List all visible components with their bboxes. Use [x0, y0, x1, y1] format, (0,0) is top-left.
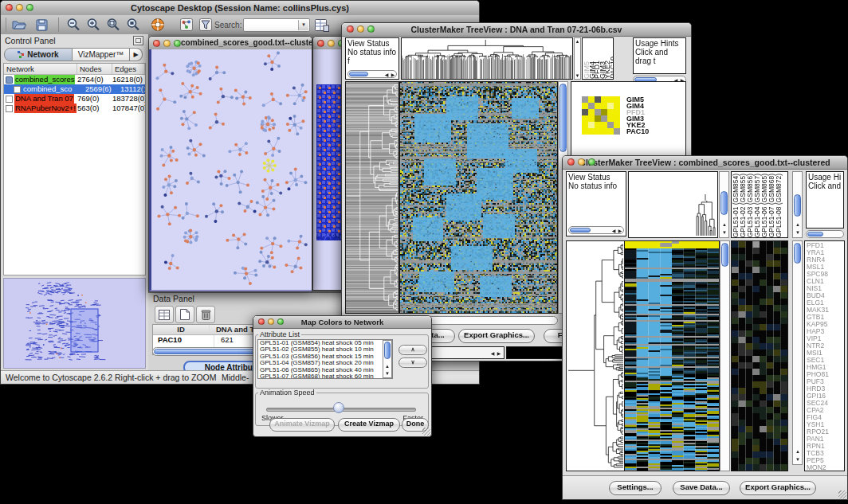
zoom-matrix-cell — [614, 109, 620, 115]
view-status-scrollbar[interactable]: ◀▶ — [347, 70, 397, 78]
tv1-coltree-scrollbar[interactable]: ▲▼ — [574, 37, 581, 80]
minimize-button[interactable] — [268, 318, 274, 325]
network-file-icon — [6, 105, 13, 112]
resize-grip[interactable] — [422, 428, 430, 436]
usage-hints-text: Click and drag t — [634, 48, 685, 65]
animate-vizmap-button[interactable]: Animate Vizmap — [269, 418, 335, 432]
filter-funnel-icon[interactable] — [197, 17, 214, 33]
search-dropdown-arrow[interactable]: ▼ — [298, 20, 308, 30]
move-up-button[interactable]: ∧ — [398, 345, 427, 355]
minimize-button[interactable] — [578, 158, 585, 166]
search-input[interactable]: ▼ — [243, 18, 310, 32]
close-button[interactable] — [317, 40, 324, 47]
zoom-window-button[interactable] — [277, 318, 284, 325]
close-button[interactable] — [567, 158, 575, 166]
tv2-usage-hints-scrollbar[interactable] — [806, 230, 844, 238]
minimize-button[interactable] — [328, 40, 335, 47]
open-file-button[interactable] — [10, 17, 28, 33]
tv2-heatmap-vscrollbar[interactable] — [720, 240, 730, 471]
tv1-heatmap[interactable] — [399, 81, 558, 314]
attribute-item[interactable]: GPL51-07 (GSM868) heat shock 60 min — [258, 373, 392, 379]
tv2-coltree-scrollbar[interactable]: ▲▼ — [719, 171, 729, 238]
control-panel-title: Control Panel — [5, 36, 56, 45]
tv1-zoom-heatmap[interactable] — [582, 96, 620, 135]
tab-vizmapper[interactable]: VizMapper™ — [73, 48, 130, 61]
network-table-row[interactable]: combined_sco 2569(6) 13112(15) — [4, 84, 145, 94]
network-table-row[interactable]: DNA and Tran 07 769(0) 183728(0) — [4, 94, 145, 104]
move-down-button[interactable]: ∨ — [398, 357, 427, 368]
zoom-matrix-cell — [601, 109, 607, 115]
control-panel: Control Panel Network VizMapper™ ▶ Netwo… — [1, 34, 149, 371]
zoom-matrix-cell — [582, 122, 588, 128]
tv2-row-dendrogram[interactable] — [566, 240, 625, 471]
export-graphics-button[interactable]: Export Graphics... — [740, 481, 816, 495]
tv2-view-status-panel: View Status No status info ◀▶ — [566, 171, 626, 236]
zoom-matrix-cell — [582, 128, 588, 135]
zoom-matrix-cell — [601, 103, 607, 109]
tv1-column-dendrogram[interactable] — [401, 37, 573, 80]
vizmap-nodes-icon[interactable] — [178, 17, 195, 33]
column-label: PAC10 — [610, 57, 614, 79]
map-colors-dialog: Map Colors to Network Attribute List GPL… — [253, 315, 432, 437]
attribute-select-icon[interactable] — [155, 306, 174, 323]
zoom-window-button[interactable] — [174, 40, 181, 47]
close-button[interactable] — [6, 4, 13, 11]
zoom-window-button[interactable] — [26, 4, 33, 11]
network1-canvas-area[interactable] — [149, 49, 312, 291]
zoom-selected-icon[interactable] — [124, 17, 142, 33]
tv2-gene-list[interactable]: PFD1YRA1RNR4MSL1SPC98CLN1NIS1BUD4ELG1MAK… — [804, 240, 845, 471]
tv2-genelist-scrollbar[interactable]: ▲▼ — [792, 240, 803, 465]
view-status-scrollbar[interactable]: ◀▶ — [568, 226, 624, 234]
attribute-list[interactable]: GPL51-01 (GSM854) heat shock 05 minGPL51… — [257, 339, 393, 379]
resize-grip[interactable] — [838, 490, 846, 498]
attribute-list-label: Attribute List — [258, 330, 301, 338]
zoom-matrix-cell — [614, 115, 620, 122]
zoom-matrix-cell — [607, 115, 614, 122]
close-button[interactable] — [153, 40, 160, 47]
column-label: GPL51-08 (GSM872) — [775, 174, 783, 237]
minimize-button[interactable] — [357, 25, 364, 33]
edge-count: 16218(0) — [112, 75, 145, 84]
tab-network[interactable]: Network — [4, 48, 73, 61]
delete-attribute-trash-icon[interactable] — [196, 306, 215, 323]
create-vizmap-button[interactable]: Create Vizmap — [338, 418, 400, 432]
network-name: combined_scores — [14, 75, 75, 84]
tv1-row-dendrogram[interactable] — [345, 81, 399, 314]
tv2-heatmap[interactable] — [624, 240, 720, 471]
minimize-button[interactable] — [163, 40, 171, 47]
network-table-row[interactable]: RNAPuberNov2+! 563(0) 107847(0) — [4, 104, 145, 113]
zoom-matrix-cell — [595, 115, 601, 122]
minimize-button[interactable] — [16, 4, 23, 11]
tv2-column-dendrogram[interactable] — [628, 171, 718, 238]
zoom-out-icon[interactable] — [65, 17, 82, 33]
close-button[interactable] — [347, 25, 354, 33]
slider-thumb[interactable] — [333, 402, 344, 413]
save-data-button[interactable]: Save Data... — [673, 481, 730, 495]
tv2-labels-scrollbar[interactable]: ▲▼ — [792, 171, 803, 238]
close-button[interactable] — [258, 318, 265, 325]
tv2-usage-hints-panel: Usage Hi Click and — [806, 171, 844, 229]
tabs-more-arrow[interactable]: ▶ — [130, 48, 143, 61]
zoom-matrix-cell — [607, 122, 614, 128]
zoom-fit-icon[interactable] — [104, 17, 122, 33]
export-graphics-button[interactable]: Export Graphics... — [458, 329, 535, 343]
attribute-list-scrollbar[interactable]: ▲▼ — [383, 340, 392, 378]
network-table-row[interactable]: combined_scores 2764(0) 16218(0) — [4, 75, 145, 84]
network-view-window-1: combined_scores_good.txt--cluste... — [148, 36, 312, 292]
tv2-zoom-heatmap[interactable] — [731, 240, 788, 471]
save-session-button[interactable] — [33, 17, 50, 33]
new-attribute-icon[interactable] — [175, 306, 194, 323]
network-table-header[interactable]: Network Nodes Edges — [4, 64, 145, 75]
settings-button[interactable]: Settings... — [609, 481, 662, 495]
zoom-window-button[interactable] — [367, 25, 375, 33]
edge-count: 13112(15) — [120, 84, 145, 94]
zoom-matrix-cell — [601, 96, 607, 103]
float-panel-icon[interactable] — [133, 36, 143, 45]
zoom-window-button[interactable] — [588, 158, 595, 166]
zoom-matrix-cell — [607, 103, 614, 109]
help-lifesaver-icon[interactable] — [149, 17, 167, 33]
table-import-icon[interactable] — [313, 17, 331, 33]
birdseye-view[interactable] — [3, 278, 146, 369]
usage-hints-text: Click and — [807, 182, 843, 190]
zoom-in-icon[interactable] — [84, 17, 102, 33]
